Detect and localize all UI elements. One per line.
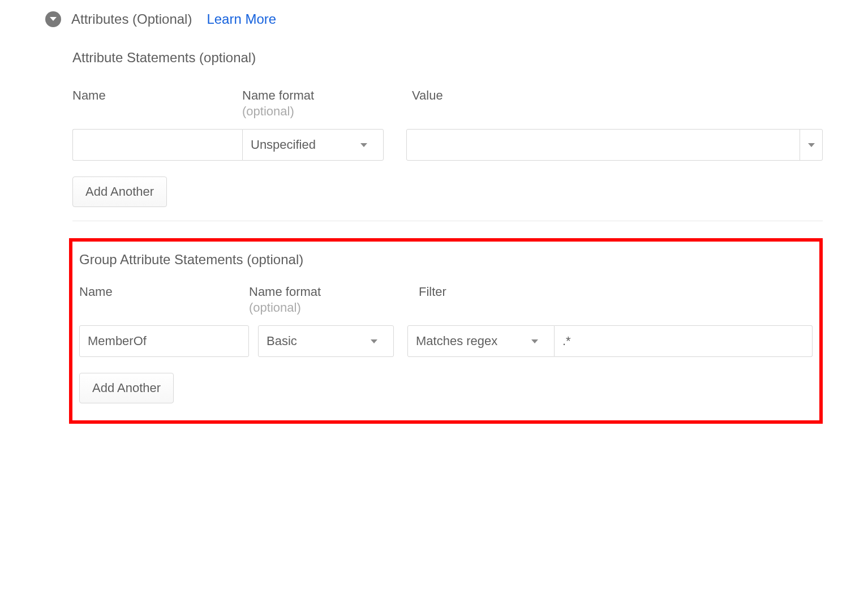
group-filter-type-dropdown[interactable]: Matches regex (407, 325, 555, 357)
section-divider (72, 221, 823, 221)
attribute-statements-title: Attribute Statements (optional) (72, 50, 823, 66)
dropdown-arrow-box (800, 130, 822, 160)
dropdown-arrow-box (363, 326, 385, 356)
caret-down-icon (371, 339, 377, 343)
add-another-attribute-button[interactable]: Add Another (72, 177, 167, 207)
group-filter-type-selected: Matches regex (416, 334, 497, 348)
group-attribute-statements-block: Group Attribute Statements (optional) Na… (69, 238, 823, 424)
attribute-name-input[interactable] (72, 129, 242, 161)
group-name-format-dropdown[interactable]: Basic (258, 325, 394, 357)
attribute-col-headers: Name Name format (optional) Value (72, 88, 823, 119)
attribute-statements-block: Attribute Statements (optional) Name Nam… (72, 50, 823, 221)
col-header-name-format: Name format (optional) (242, 88, 412, 119)
collapse-toggle[interactable] (45, 11, 61, 27)
chevron-down-icon (49, 16, 57, 22)
col-header-group-name: Name (79, 285, 249, 315)
group-attribute-statements-title: Group Attribute Statements (optional) (79, 252, 813, 268)
group-col-headers: Name Name format (optional) Filter (79, 285, 813, 315)
col-header-group-name-format-sub: (optional) (249, 300, 419, 315)
attribute-value-dropdown[interactable] (406, 129, 823, 161)
dropdown-arrow-box (353, 130, 375, 160)
group-name-format-selected: Basic (267, 334, 297, 348)
col-header-group-filter: Filter (419, 285, 813, 315)
col-header-group-name-format-label: Name format (249, 285, 321, 299)
caret-down-icon (808, 143, 815, 147)
section-title: Attributes (Optional) (71, 11, 192, 27)
col-header-name-format-sub: (optional) (242, 104, 412, 119)
col-header-value: Value (412, 88, 823, 119)
caret-down-icon (531, 339, 538, 343)
dropdown-arrow-box (523, 326, 546, 356)
group-attribute-row: Basic Matches regex (79, 325, 813, 357)
attributes-section-header: Attributes (Optional) Learn More (45, 11, 823, 27)
col-header-name-format-label: Name format (242, 88, 314, 102)
group-name-input[interactable] (79, 325, 249, 357)
col-header-group-name-format: Name format (optional) (249, 285, 419, 315)
attribute-row: Unspecified (72, 129, 823, 161)
group-filter-value-input[interactable] (555, 325, 813, 357)
attribute-name-format-dropdown[interactable]: Unspecified (242, 129, 384, 161)
learn-more-link[interactable]: Learn More (207, 11, 276, 27)
caret-down-icon (360, 143, 367, 147)
attribute-name-format-selected: Unspecified (251, 137, 316, 152)
add-another-group-button[interactable]: Add Another (79, 373, 174, 403)
col-header-name: Name (72, 88, 242, 119)
